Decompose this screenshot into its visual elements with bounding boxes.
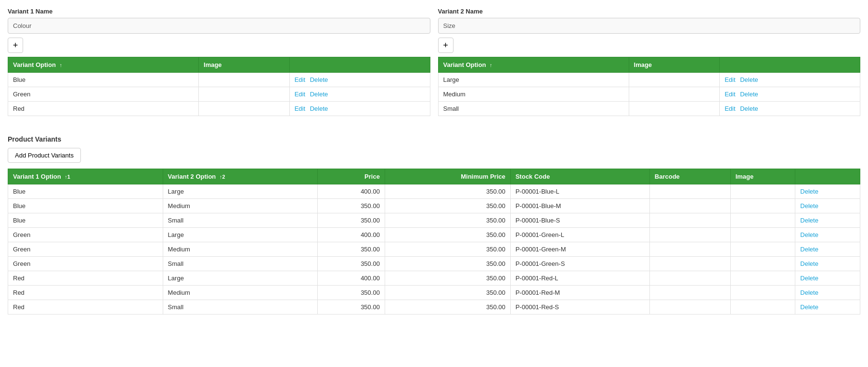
table-row: Green Medium 350.00 350.00 P-00001-Green… xyxy=(8,242,860,257)
pv-price: 400.00 xyxy=(318,228,385,242)
table-row: Green Small 350.00 350.00 P-00001-Green-… xyxy=(8,257,860,271)
variant2-col-image: Image xyxy=(629,57,720,73)
delete-link[interactable]: Delete xyxy=(310,105,328,112)
delete-link[interactable]: Delete xyxy=(800,231,818,238)
variant2-table: Variant Option ↑ Image Large Edit Delete… xyxy=(438,57,861,116)
pv-image xyxy=(730,184,795,199)
v2-option: Small xyxy=(438,102,629,116)
pv-v2: Medium xyxy=(163,286,318,300)
pv-min-price: 350.00 xyxy=(385,271,510,286)
edit-link[interactable]: Edit xyxy=(725,76,735,83)
delete-link[interactable]: Delete xyxy=(800,289,818,296)
v2-actions: Edit Delete xyxy=(720,73,860,87)
pv-actions: Delete xyxy=(795,213,860,228)
v2-image xyxy=(629,87,720,102)
edit-link[interactable]: Edit xyxy=(295,105,305,112)
v1-image xyxy=(199,102,290,116)
table-row: Blue Medium 350.00 350.00 P-00001-Blue-M… xyxy=(8,199,860,213)
add-product-variants-button[interactable]: Add Product Variants xyxy=(8,148,81,163)
variant1-col-option[interactable]: Variant Option ↑ xyxy=(8,57,199,73)
variant2-table-wrap: Variant Option ↑ Image Large Edit Delete… xyxy=(438,57,861,116)
pv-price: 350.00 xyxy=(318,199,385,213)
pv-price: 350.00 xyxy=(318,257,385,271)
pv-v1: Green xyxy=(8,257,163,271)
pv-stock-code: P-00001-Red-L xyxy=(510,271,649,286)
v2-option: Medium xyxy=(438,87,629,102)
pv-actions: Delete xyxy=(795,228,860,242)
table-row: Red Large 400.00 350.00 P-00001-Red-L De… xyxy=(8,271,860,286)
delete-link[interactable]: Delete xyxy=(740,105,758,112)
delete-link[interactable]: Delete xyxy=(800,188,818,195)
pv-barcode xyxy=(649,300,730,315)
pv-v2: Small xyxy=(163,257,318,271)
pv-min-price: 350.00 xyxy=(385,300,510,315)
pv-image xyxy=(730,228,795,242)
variant1-add-button[interactable]: + xyxy=(8,38,23,53)
pv-v1: Blue xyxy=(8,213,163,228)
delete-link[interactable]: Delete xyxy=(740,76,758,83)
pv-v2: Large xyxy=(163,184,318,199)
variant1-input[interactable] xyxy=(8,18,430,34)
pv-image xyxy=(730,242,795,257)
pv-col-price: Price xyxy=(318,169,385,184)
delete-link[interactable]: Delete xyxy=(800,260,818,267)
delete-link[interactable]: Delete xyxy=(740,91,758,98)
pv-col-v1[interactable]: Variant 1 Option ↑1 xyxy=(8,169,163,184)
delete-link[interactable]: Delete xyxy=(800,275,818,282)
table-row: Blue Small 350.00 350.00 P-00001-Blue-S … xyxy=(8,213,860,228)
delete-link[interactable]: Delete xyxy=(800,202,818,210)
variant1-col-actions xyxy=(289,57,430,73)
delete-link[interactable]: Delete xyxy=(800,246,818,253)
pv-v1: Red xyxy=(8,300,163,315)
variant1-col-image: Image xyxy=(199,57,290,73)
pv-barcode xyxy=(649,242,730,257)
pv-min-price: 350.00 xyxy=(385,257,510,271)
pv-barcode xyxy=(649,213,730,228)
pv-stock-code: P-00001-Green-S xyxy=(510,257,649,271)
table-row: Red Small 350.00 350.00 P-00001-Red-S De… xyxy=(8,300,860,315)
pv-stock-code: P-00001-Red-S xyxy=(510,300,649,315)
delete-link[interactable]: Delete xyxy=(800,217,818,224)
table-row: Green Edit Delete xyxy=(8,87,430,102)
edit-link[interactable]: Edit xyxy=(295,91,305,98)
pv-stock-code: P-00001-Red-M xyxy=(510,286,649,300)
pv-actions: Delete xyxy=(795,199,860,213)
table-row: Blue Large 400.00 350.00 P-00001-Blue-L … xyxy=(8,184,860,199)
v2-image xyxy=(629,73,720,87)
pv-sort1-icon: ↑1 xyxy=(65,174,70,180)
v1-image xyxy=(199,87,290,102)
variant2-label: Variant 2 Name xyxy=(438,8,861,15)
product-variants-table: Variant 1 Option ↑1 Variant 2 Option ↑2 … xyxy=(8,169,860,315)
delete-link[interactable]: Delete xyxy=(800,303,818,311)
pv-barcode xyxy=(649,257,730,271)
delete-link[interactable]: Delete xyxy=(310,76,328,83)
edit-link[interactable]: Edit xyxy=(295,76,305,83)
pv-barcode xyxy=(649,271,730,286)
variant2-add-button[interactable]: + xyxy=(438,38,453,53)
table-row: Small Edit Delete xyxy=(438,102,860,116)
pv-actions: Delete xyxy=(795,300,860,315)
variant2-col-option[interactable]: Variant Option ↑ xyxy=(438,57,629,73)
edit-link[interactable]: Edit xyxy=(725,91,735,98)
pv-v1: Green xyxy=(8,228,163,242)
v1-option: Green xyxy=(8,87,199,102)
edit-link[interactable]: Edit xyxy=(725,105,735,112)
pv-v2: Small xyxy=(163,300,318,315)
pv-v2: Small xyxy=(163,213,318,228)
v1-image xyxy=(199,73,290,87)
pv-actions: Delete xyxy=(795,242,860,257)
pv-col-stock-code: Stock Code xyxy=(510,169,649,184)
pv-actions: Delete xyxy=(795,286,860,300)
pv-col-v2[interactable]: Variant 2 Option ↑2 xyxy=(163,169,318,184)
pv-col-barcode: Barcode xyxy=(649,169,730,184)
v2-actions: Edit Delete xyxy=(720,102,860,116)
pv-actions: Delete xyxy=(795,257,860,271)
pv-price: 350.00 xyxy=(318,286,385,300)
variant2-input[interactable] xyxy=(438,18,861,34)
delete-link[interactable]: Delete xyxy=(310,91,328,98)
pv-v1: Blue xyxy=(8,199,163,213)
pv-price: 350.00 xyxy=(318,242,385,257)
pv-sort2-icon: ↑2 xyxy=(220,174,225,180)
table-row: Red Medium 350.00 350.00 P-00001-Red-M D… xyxy=(8,286,860,300)
pv-barcode xyxy=(649,184,730,199)
